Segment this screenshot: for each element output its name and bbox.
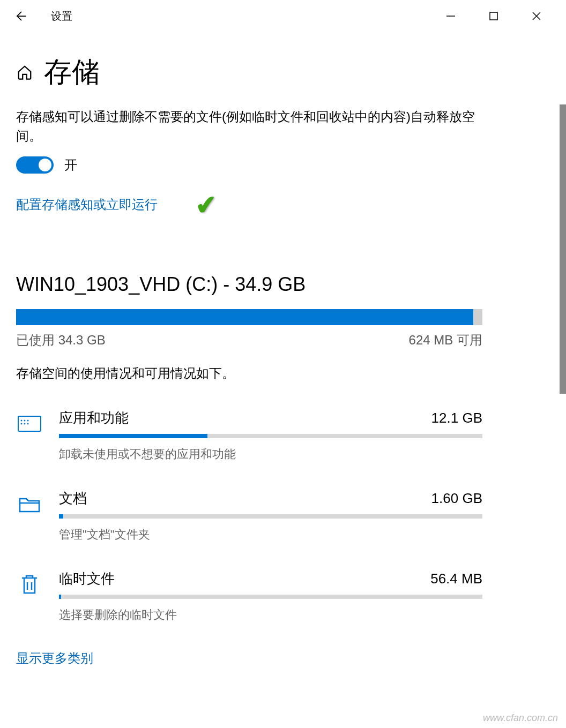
maximize-button[interactable] [483, 5, 504, 27]
category-name: 临时文件 [59, 569, 115, 588]
category-bar [59, 595, 482, 599]
drive-title: WIN10_1903_VHD (C:) - 34.9 GB [16, 273, 550, 296]
toggle-row: 开 [16, 156, 550, 174]
watermark: www.cfan.com.cn [483, 712, 558, 724]
storage-sense-toggle[interactable] [16, 156, 54, 174]
usage-description: 存储空间的使用情况和可用情况如下。 [16, 365, 550, 382]
drive-free-label: 624 MB 可用 [409, 332, 482, 349]
close-button[interactable] [526, 5, 547, 27]
home-button[interactable] [16, 64, 33, 81]
drive-used-label: 已使用 34.3 GB [16, 332, 106, 349]
category-hint: 管理"文档"文件夹 [59, 527, 482, 543]
category-name: 应用和功能 [59, 409, 129, 427]
category-item[interactable]: 文档 1.60 GB 管理"文档"文件夹 [16, 489, 482, 543]
category-header: 临时文件 56.4 MB [59, 569, 482, 588]
trash-icon [16, 571, 43, 598]
category-bar-fill [59, 434, 207, 438]
toggle-knob [39, 159, 51, 171]
configure-storage-sense-link[interactable]: 配置存储感知或立即运行 [16, 196, 158, 213]
category-bar-fill [59, 514, 63, 519]
category-hint: 卸载未使用或不想要的应用和功能 [59, 446, 482, 462]
drive-usage-bar [16, 309, 482, 325]
arrow-left-icon [14, 9, 29, 24]
minimize-button[interactable] [440, 5, 461, 27]
category-size: 1.60 GB [431, 490, 482, 507]
page-header: 存储 [0, 32, 566, 107]
titlebar-title: 设置 [51, 9, 72, 24]
category-name: 文档 [59, 489, 87, 508]
minimize-icon [445, 11, 456, 21]
checkmark-icon: ✔ [194, 189, 218, 220]
close-icon [531, 11, 542, 21]
category-header: 应用和功能 12.1 GB [59, 409, 482, 427]
category-size: 12.1 GB [431, 410, 482, 426]
category-bar-fill [59, 595, 61, 599]
home-icon [17, 64, 33, 80]
category-content: 临时文件 56.4 MB 选择要删除的临时文件 [59, 569, 482, 623]
storage-sense-description: 存储感知可以通过删除不需要的文件(例如临时文件和回收站中的内容)自动释放空间。 [16, 107, 477, 146]
category-hint: 选择要删除的临时文件 [59, 607, 482, 623]
maximize-icon [489, 11, 498, 21]
category-bar [59, 434, 482, 438]
configure-row: 配置存储感知或立即运行 ✔ [16, 190, 550, 220]
titlebar: 设置 [0, 0, 566, 32]
window-controls [440, 5, 555, 27]
scrollbar[interactable] [560, 104, 566, 394]
category-size: 56.4 MB [430, 571, 482, 587]
show-more-categories-link[interactable]: 显示更多类别 [16, 650, 550, 667]
category-item[interactable]: 应用和功能 12.1 GB 卸载未使用或不想要的应用和功能 [16, 409, 482, 462]
apps-icon [16, 410, 43, 437]
drive-stats: 已使用 34.3 GB 624 MB 可用 [16, 332, 482, 349]
page-title: 存储 [44, 54, 100, 91]
svg-rect-1 [490, 12, 497, 20]
documents-icon [16, 491, 43, 517]
drive-usage-bar-fill [16, 309, 473, 325]
category-header: 文档 1.60 GB [59, 489, 482, 508]
category-item[interactable]: 临时文件 56.4 MB 选择要删除的临时文件 [16, 569, 482, 623]
category-bar [59, 514, 482, 519]
content-area: 存储感知可以通过删除不需要的文件(例如临时文件和回收站中的内容)自动释放空间。 … [0, 107, 566, 667]
toggle-label: 开 [64, 156, 77, 174]
category-content: 文档 1.60 GB 管理"文档"文件夹 [59, 489, 482, 543]
category-content: 应用和功能 12.1 GB 卸载未使用或不想要的应用和功能 [59, 409, 482, 462]
back-button[interactable] [11, 5, 32, 27]
